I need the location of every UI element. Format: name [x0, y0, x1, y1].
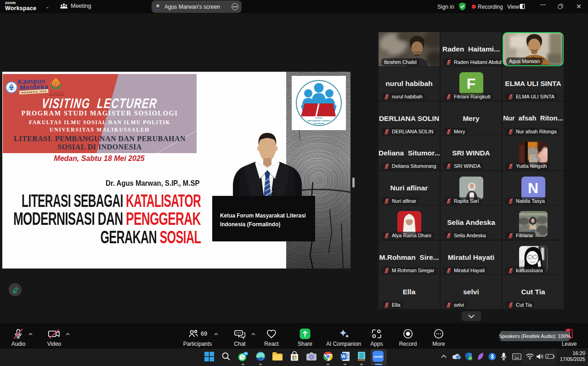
svg-text:i: i	[458, 356, 458, 359]
svg-text:MALIKUSSALEH: MALIKUSSALEH	[49, 94, 65, 96]
svg-text:zoom: zoom	[373, 355, 383, 359]
svg-text:INDONESIA: INDONESIA	[313, 122, 324, 125]
svg-text:W: W	[341, 354, 346, 359]
svg-text:FORUM: FORUM	[315, 117, 322, 119]
svg-text:97: 97	[244, 352, 247, 355]
svg-text:MASYARAKAT LITERASI: MASYARAKAT LITERASI	[307, 120, 330, 122]
